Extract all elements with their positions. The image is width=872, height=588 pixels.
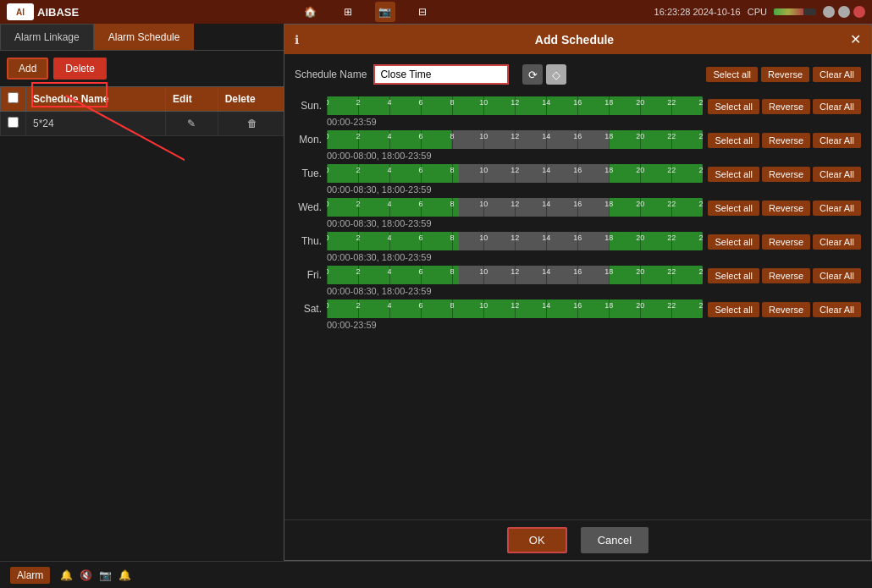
timeline-1[interactable]: 024681012141618202224 bbox=[327, 130, 703, 149]
day-section-tue: Tue. 024681012141618202224 Select all Re… bbox=[295, 164, 861, 195]
timeline-6[interactable]: 024681012141618202224 bbox=[327, 299, 703, 318]
day-select-all-4[interactable]: Select all bbox=[708, 234, 759, 250]
delete-button[interactable]: Delete bbox=[53, 58, 107, 80]
logo-text: AIBASE bbox=[37, 6, 79, 19]
minimize-button[interactable] bbox=[823, 6, 835, 18]
timeline-0[interactable]: 024681012141618202224 bbox=[327, 96, 703, 115]
select-all-checkbox[interactable] bbox=[8, 92, 19, 103]
ok-button[interactable]: OK bbox=[507, 527, 567, 553]
paste-icon-btn[interactable]: ◇ bbox=[546, 64, 566, 85]
global-select-all-button[interactable]: Select all bbox=[706, 67, 758, 82]
day-reverse-0[interactable]: Reverse bbox=[762, 99, 810, 114]
day-clear-all-6[interactable]: Clear All bbox=[813, 302, 861, 317]
day-btns-0: Select all Reverse Clear All bbox=[708, 97, 861, 114]
modal-close-button[interactable]: ✕ bbox=[850, 31, 861, 47]
day-btns-6: Select all Reverse Clear All bbox=[708, 300, 861, 317]
day-reverse-1[interactable]: Reverse bbox=[762, 133, 810, 148]
col-edit: Edit bbox=[166, 87, 218, 112]
col-delete: Delete bbox=[218, 87, 287, 112]
day-label-3: Wed. bbox=[295, 201, 322, 213]
logo: AI AIBASE bbox=[7, 3, 79, 20]
day-btns-5: Select all Reverse Clear All bbox=[708, 267, 861, 283]
cpu-label: CPU bbox=[748, 7, 767, 17]
table-row: 5*24 ✎ 🗑 bbox=[1, 112, 288, 136]
tab-alarm-schedule[interactable]: Alarm Schedule bbox=[94, 24, 195, 50]
datetime-display: 16:23:28 2024-10-16 bbox=[654, 7, 741, 17]
day-reverse-2[interactable]: Reverse bbox=[762, 167, 810, 182]
nav-home-icon[interactable]: 🏠 bbox=[301, 2, 321, 22]
day-label-1: Mon. bbox=[295, 134, 322, 146]
day-label-4: Thu. bbox=[295, 235, 322, 247]
schedule-toolbar: Add Delete bbox=[0, 51, 288, 86]
day-clear-all-1[interactable]: Clear All bbox=[813, 133, 861, 148]
main-tabs: Alarm Linkage Alarm Schedule bbox=[0, 24, 288, 51]
day-select-all-5[interactable]: Select all bbox=[708, 268, 759, 283]
day-select-all-3[interactable]: Select all bbox=[708, 201, 759, 216]
cancel-button[interactable]: Cancel bbox=[581, 527, 648, 553]
day-time-range-1: 00:00-08:00, 18:00-23:59 bbox=[327, 151, 861, 161]
close-window-button[interactable] bbox=[853, 6, 865, 18]
modal-title: Add Schedule bbox=[299, 33, 850, 47]
day-clear-all-4[interactable]: Clear All bbox=[813, 234, 861, 250]
row-edit[interactable]: ✎ bbox=[166, 112, 218, 136]
day-row-1: Mon. 024681012141618202224 Select all Re… bbox=[295, 130, 861, 149]
modal-overlay: ℹ Add Schedule ✕ Schedule Name ⟳ ◇ Selec… bbox=[284, 24, 872, 561]
status-bar: Alarm 🔔 🔇 📷 🔔 bbox=[0, 561, 872, 588]
day-time-range-5: 00:00-08:30, 18:00-23:59 bbox=[327, 286, 861, 296]
timeline-4[interactable]: 024681012141618202224 bbox=[327, 232, 703, 250]
mute-icon: 🔇 bbox=[80, 569, 92, 581]
modal-header: ℹ Add Schedule ✕ bbox=[284, 25, 871, 54]
day-btns-1: Select all Reverse Clear All bbox=[708, 131, 861, 148]
day-select-all-6[interactable]: Select all bbox=[708, 302, 759, 317]
day-section-mon: Mon. 024681012141618202224 Select all Re… bbox=[295, 130, 861, 161]
day-select-all-0[interactable]: Select all bbox=[708, 99, 759, 114]
global-reverse-button[interactable]: Reverse bbox=[761, 67, 809, 82]
day-reverse-6[interactable]: Reverse bbox=[762, 302, 810, 317]
timeline-2[interactable]: 024681012141618202224 bbox=[327, 164, 703, 183]
schedule-name-icons: ⟳ ◇ bbox=[522, 64, 566, 85]
day-row-5: Fri. 024681012141618202224 Select all Re… bbox=[295, 266, 861, 284]
day-time-range-4: 00:00-08:30, 18:00-23:59 bbox=[327, 252, 861, 262]
day-reverse-3[interactable]: Reverse bbox=[762, 201, 810, 216]
main-area: Alarm Linkage Alarm Schedule Add Delete … bbox=[0, 24, 872, 561]
day-row-6: Sat. 024681012141618202224 Select all Re… bbox=[295, 299, 861, 318]
day-section-wed: Wed. 024681012141618202224 Select all Re… bbox=[295, 198, 861, 228]
top-bar: AI AIBASE 🏠 ⊞ 📷 ⊟ 16:23:28 2024-10-16 CP… bbox=[0, 0, 872, 24]
nav-grid-icon[interactable]: ⊞ bbox=[338, 2, 358, 22]
row-delete[interactable]: 🗑 bbox=[218, 112, 287, 136]
timeline-3[interactable]: 024681012141618202224 bbox=[327, 198, 703, 217]
maximize-button[interactable] bbox=[838, 6, 850, 18]
schedule-name-input[interactable] bbox=[373, 64, 509, 85]
alert-icon: 🔔 bbox=[119, 569, 131, 581]
camera-status-icon: 📷 bbox=[99, 569, 112, 581]
day-select-all-1[interactable]: Select all bbox=[708, 133, 759, 148]
nav-layout-icon[interactable]: ⊟ bbox=[412, 2, 433, 22]
cpu-fill bbox=[774, 8, 803, 15]
tab-alarm-linkage[interactable]: Alarm Linkage bbox=[0, 24, 94, 50]
day-label-2: Tue. bbox=[295, 168, 322, 179]
row-checkbox[interactable] bbox=[8, 117, 19, 128]
day-row-4: Thu. 024681012141618202224 Select all Re… bbox=[295, 232, 861, 250]
copy-icon-btn[interactable]: ⟳ bbox=[522, 64, 543, 85]
global-action-btns: Select all Reverse Clear All bbox=[706, 67, 861, 82]
schedule-table: Schedule Name Edit Delete 5*24 ✎ 🗑 bbox=[0, 86, 288, 136]
day-clear-all-3[interactable]: Clear All bbox=[813, 201, 861, 216]
global-clear-all-button[interactable]: Clear All bbox=[813, 67, 861, 82]
day-btns-2: Select all Reverse Clear All bbox=[708, 165, 861, 182]
day-btns-3: Select all Reverse Clear All bbox=[708, 199, 861, 216]
day-time-range-0: 00:00-23:59 bbox=[327, 117, 861, 127]
day-reverse-4[interactable]: Reverse bbox=[762, 234, 810, 250]
day-clear-all-0[interactable]: Clear All bbox=[813, 99, 861, 114]
day-clear-all-2[interactable]: Clear All bbox=[813, 167, 861, 182]
timeline-5[interactable]: 024681012141618202224 bbox=[327, 266, 703, 284]
add-button[interactable]: Add bbox=[7, 58, 48, 80]
modal-footer: OK Cancel bbox=[284, 519, 871, 560]
col-check bbox=[1, 87, 26, 112]
col-schedule-name: Schedule Name bbox=[26, 87, 166, 112]
day-reverse-5[interactable]: Reverse bbox=[762, 268, 810, 283]
row-check bbox=[1, 112, 26, 136]
day-clear-all-5[interactable]: Clear All bbox=[813, 268, 861, 283]
bell-icon: 🔔 bbox=[60, 569, 73, 581]
day-select-all-2[interactable]: Select all bbox=[708, 167, 759, 182]
nav-camera-icon[interactable]: 📷 bbox=[375, 2, 395, 22]
